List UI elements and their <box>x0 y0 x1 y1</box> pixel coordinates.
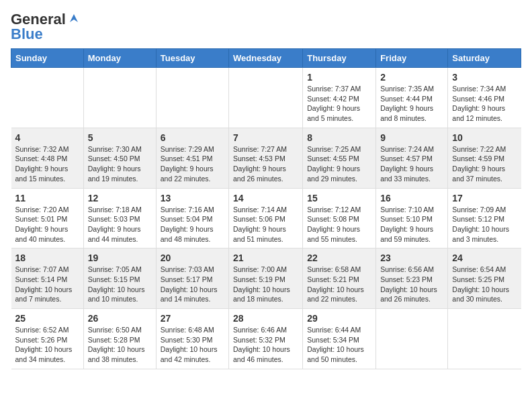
day-cell: 19Sunrise: 7:05 AM Sunset: 5:15 PM Dayli… <box>83 248 156 309</box>
day-number: 5 <box>88 132 152 143</box>
day-cell: 7Sunrise: 7:27 AM Sunset: 4:53 PM Daylig… <box>229 128 303 188</box>
col-header-wednesday: Wednesday <box>229 49 303 68</box>
col-header-thursday: Thursday <box>303 49 376 68</box>
day-cell: 16Sunrise: 7:10 AM Sunset: 5:10 PM Dayli… <box>376 188 448 248</box>
day-info: Sunrise: 7:03 AM Sunset: 5:17 PM Dayligh… <box>161 265 224 304</box>
day-info: Sunrise: 7:30 AM Sunset: 4:50 PM Dayligh… <box>88 144 152 184</box>
day-number: 15 <box>307 193 371 203</box>
day-cell: 3Sunrise: 7:34 AM Sunset: 4:46 PM Daylig… <box>448 68 521 128</box>
day-cell: 24Sunrise: 6:54 AM Sunset: 5:25 PM Dayli… <box>448 248 521 309</box>
day-cell: 13Sunrise: 7:16 AM Sunset: 5:04 PM Dayli… <box>156 188 228 248</box>
day-cell <box>376 309 448 369</box>
day-number: 26 <box>88 313 152 324</box>
day-number: 12 <box>88 193 152 203</box>
col-header-friday: Friday <box>376 49 448 68</box>
logo-blue-text: Blue <box>11 26 43 43</box>
day-cell: 25Sunrise: 6:52 AM Sunset: 5:26 PM Dayli… <box>11 309 84 369</box>
day-info: Sunrise: 7:20 AM Sunset: 5:01 PM Dayligh… <box>15 205 79 244</box>
day-number: 6 <box>161 132 224 143</box>
week-row-4: 18Sunrise: 7:07 AM Sunset: 5:14 PM Dayli… <box>11 248 521 309</box>
day-info: Sunrise: 7:22 AM Sunset: 4:59 PM Dayligh… <box>452 144 517 184</box>
day-info: Sunrise: 7:05 AM Sunset: 5:15 PM Dayligh… <box>88 265 152 304</box>
day-number: 1 <box>307 72 371 83</box>
day-info: Sunrise: 6:56 AM Sunset: 5:23 PM Dayligh… <box>380 265 443 304</box>
week-row-5: 25Sunrise: 6:52 AM Sunset: 5:26 PM Dayli… <box>11 309 521 369</box>
day-cell: 8Sunrise: 7:25 AM Sunset: 4:55 PM Daylig… <box>303 128 376 188</box>
day-info: Sunrise: 6:44 AM Sunset: 5:34 PM Dayligh… <box>307 325 371 365</box>
day-cell <box>11 68 84 128</box>
day-cell: 27Sunrise: 6:48 AM Sunset: 5:30 PM Dayli… <box>156 309 228 369</box>
day-number: 9 <box>380 132 443 143</box>
day-cell: 12Sunrise: 7:18 AM Sunset: 5:03 PM Dayli… <box>83 188 156 248</box>
day-number: 7 <box>233 132 298 143</box>
col-header-tuesday: Tuesday <box>156 49 228 68</box>
day-cell: 6Sunrise: 7:29 AM Sunset: 4:51 PM Daylig… <box>156 128 228 188</box>
day-info: Sunrise: 7:00 AM Sunset: 5:19 PM Dayligh… <box>233 265 298 304</box>
day-info: Sunrise: 7:14 AM Sunset: 5:06 PM Dayligh… <box>233 205 298 244</box>
day-info: Sunrise: 7:37 AM Sunset: 4:42 PM Dayligh… <box>307 84 371 124</box>
day-number: 17 <box>452 193 517 203</box>
day-info: Sunrise: 7:12 AM Sunset: 5:08 PM Dayligh… <box>307 205 371 244</box>
calendar-table: SundayMondayTuesdayWednesdayThursdayFrid… <box>11 48 521 369</box>
day-cell: 28Sunrise: 6:46 AM Sunset: 5:32 PM Dayli… <box>229 309 303 369</box>
day-number: 23 <box>380 253 443 263</box>
col-header-saturday: Saturday <box>448 49 521 68</box>
week-row-1: 1Sunrise: 7:37 AM Sunset: 4:42 PM Daylig… <box>11 68 521 128</box>
day-number: 4 <box>15 132 79 143</box>
day-info: Sunrise: 7:34 AM Sunset: 4:46 PM Dayligh… <box>452 84 517 124</box>
day-cell: 20Sunrise: 7:03 AM Sunset: 5:17 PM Dayli… <box>156 248 228 309</box>
day-cell: 10Sunrise: 7:22 AM Sunset: 4:59 PM Dayli… <box>448 128 521 188</box>
day-cell: 5Sunrise: 7:30 AM Sunset: 4:50 PM Daylig… <box>83 128 156 188</box>
day-cell <box>156 68 228 128</box>
svg-marker-0 <box>70 14 78 22</box>
day-cell <box>229 68 303 128</box>
day-number: 24 <box>452 253 517 263</box>
header-row: SundayMondayTuesdayWednesdayThursdayFrid… <box>11 49 521 68</box>
day-info: Sunrise: 6:58 AM Sunset: 5:21 PM Dayligh… <box>307 265 371 304</box>
day-number: 3 <box>452 72 517 83</box>
day-number: 10 <box>452 132 517 143</box>
day-cell: 29Sunrise: 6:44 AM Sunset: 5:34 PM Dayli… <box>303 309 376 369</box>
col-header-monday: Monday <box>83 49 156 68</box>
day-info: Sunrise: 7:32 AM Sunset: 4:48 PM Dayligh… <box>15 144 79 184</box>
day-info: Sunrise: 7:18 AM Sunset: 5:03 PM Dayligh… <box>88 205 152 244</box>
day-number: 13 <box>161 193 224 203</box>
day-info: Sunrise: 6:48 AM Sunset: 5:30 PM Dayligh… <box>161 325 224 365</box>
day-info: Sunrise: 7:07 AM Sunset: 5:14 PM Dayligh… <box>15 265 79 304</box>
day-number: 20 <box>161 253 224 263</box>
day-info: Sunrise: 7:35 AM Sunset: 4:44 PM Dayligh… <box>380 84 443 124</box>
day-number: 18 <box>15 253 79 263</box>
day-number: 14 <box>233 193 298 203</box>
day-number: 29 <box>307 313 371 324</box>
day-cell: 2Sunrise: 7:35 AM Sunset: 4:44 PM Daylig… <box>376 68 448 128</box>
day-info: Sunrise: 7:16 AM Sunset: 5:04 PM Dayligh… <box>161 205 224 244</box>
day-cell: 18Sunrise: 7:07 AM Sunset: 5:14 PM Dayli… <box>11 248 84 309</box>
day-info: Sunrise: 7:10 AM Sunset: 5:10 PM Dayligh… <box>380 205 443 244</box>
day-cell: 23Sunrise: 6:56 AM Sunset: 5:23 PM Dayli… <box>376 248 448 309</box>
day-cell: 9Sunrise: 7:24 AM Sunset: 4:57 PM Daylig… <box>376 128 448 188</box>
day-number: 21 <box>233 253 298 263</box>
day-cell: 1Sunrise: 7:37 AM Sunset: 4:42 PM Daylig… <box>303 68 376 128</box>
page-header: General Blue <box>11 11 521 43</box>
day-info: Sunrise: 7:27 AM Sunset: 4:53 PM Dayligh… <box>233 144 298 184</box>
day-info: Sunrise: 6:50 AM Sunset: 5:28 PM Dayligh… <box>88 325 152 365</box>
day-cell <box>83 68 156 128</box>
day-info: Sunrise: 7:29 AM Sunset: 4:51 PM Dayligh… <box>161 144 224 184</box>
day-cell: 15Sunrise: 7:12 AM Sunset: 5:08 PM Dayli… <box>303 188 376 248</box>
day-info: Sunrise: 6:46 AM Sunset: 5:32 PM Dayligh… <box>233 325 298 365</box>
day-cell: 21Sunrise: 7:00 AM Sunset: 5:19 PM Dayli… <box>229 248 303 309</box>
day-number: 28 <box>233 313 298 324</box>
day-number: 22 <box>307 253 371 263</box>
day-cell: 22Sunrise: 6:58 AM Sunset: 5:21 PM Dayli… <box>303 248 376 309</box>
day-cell: 17Sunrise: 7:09 AM Sunset: 5:12 PM Dayli… <box>448 188 521 248</box>
day-cell <box>448 309 521 369</box>
day-number: 27 <box>161 313 224 324</box>
day-number: 16 <box>380 193 443 203</box>
day-info: Sunrise: 7:24 AM Sunset: 4:57 PM Dayligh… <box>380 144 443 184</box>
col-header-sunday: Sunday <box>11 49 84 68</box>
day-cell: 14Sunrise: 7:14 AM Sunset: 5:06 PM Dayli… <box>229 188 303 248</box>
day-info: Sunrise: 7:09 AM Sunset: 5:12 PM Dayligh… <box>452 205 517 244</box>
day-number: 11 <box>15 193 79 203</box>
logo: General Blue <box>11 11 81 43</box>
week-row-2: 4Sunrise: 7:32 AM Sunset: 4:48 PM Daylig… <box>11 128 521 188</box>
